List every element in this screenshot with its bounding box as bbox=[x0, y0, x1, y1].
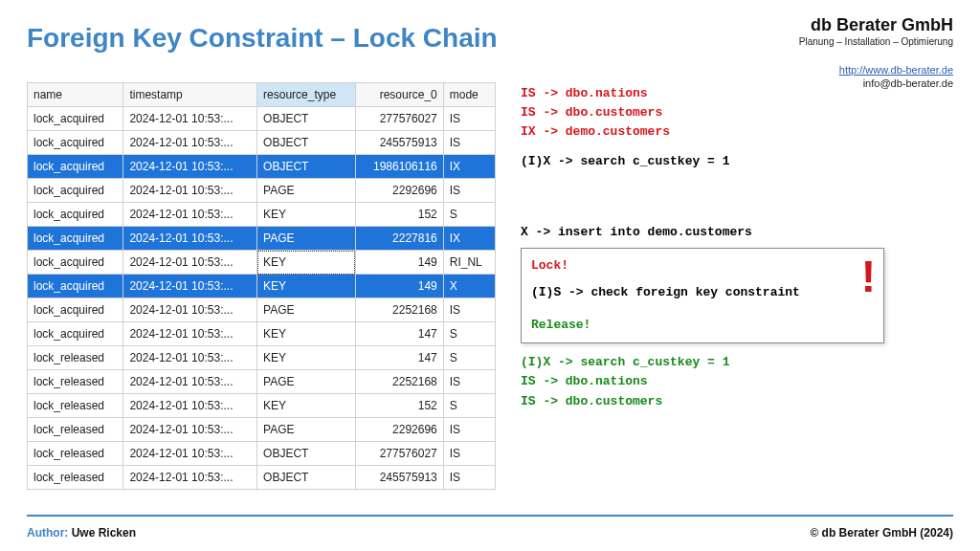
cell-resource_type: KEY bbox=[257, 346, 356, 370]
lock-release-box: Lock! (I)S -> check foreign key constrai… bbox=[521, 248, 884, 343]
cell-resource_0: 152 bbox=[355, 394, 443, 418]
cell-timestamp: 2024-12-01 10:53:... bbox=[123, 346, 257, 370]
table-row[interactable]: lock_released2024-12-01 10:53:...PAGE229… bbox=[28, 418, 496, 442]
cell-resource_type: PAGE bbox=[257, 298, 356, 322]
cell-timestamp: 2024-12-01 10:53:... bbox=[123, 275, 257, 298]
company-name: db Berater GmbH bbox=[799, 15, 953, 35]
cell-mode: IS bbox=[443, 418, 495, 442]
table-row[interactable]: lock_acquired2024-12-01 10:53:...OBJECT1… bbox=[28, 155, 496, 179]
anno-search-1: (I)X -> search c_custkey = 1 bbox=[521, 152, 953, 171]
cell-resource_0: 2252168 bbox=[355, 298, 443, 322]
table-row[interactable]: lock_acquired2024-12-01 10:53:...KEY149X bbox=[28, 275, 496, 298]
cell-resource_type: KEY bbox=[257, 275, 356, 298]
cell-resource_type: OBJECT bbox=[257, 155, 356, 179]
table-row[interactable]: lock_acquired2024-12-01 10:53:...KEY147S bbox=[28, 322, 496, 346]
table-row[interactable]: lock_acquired2024-12-01 10:53:...OBJECT2… bbox=[28, 107, 496, 131]
locks-table: name timestamp resource_type resource_0 … bbox=[27, 82, 496, 490]
cell-timestamp: 2024-12-01 10:53:... bbox=[123, 107, 257, 131]
cell-resource_0: 149 bbox=[355, 275, 443, 298]
cell-resource_type: OBJECT bbox=[257, 131, 356, 155]
col-resource-type[interactable]: resource_type bbox=[257, 83, 356, 107]
table-row[interactable]: lock_acquired2024-12-01 10:53:...OBJECT2… bbox=[28, 131, 496, 155]
cell-resource_type: PAGE bbox=[257, 227, 356, 251]
cell-mode: IS bbox=[443, 442, 495, 466]
footer: Author: Uwe Ricken © db Berater GmbH (20… bbox=[27, 526, 953, 540]
anno-search-2: (I)X -> search c_custkey = 1 bbox=[521, 353, 953, 372]
cell-resource_0: 277576027 bbox=[355, 107, 443, 131]
cell-mode: RI_NL bbox=[443, 251, 495, 275]
cell-timestamp: 2024-12-01 10:53:... bbox=[123, 442, 257, 466]
table-row[interactable]: lock_released2024-12-01 10:53:...OBJECT2… bbox=[28, 442, 496, 466]
cell-mode: IX bbox=[443, 155, 495, 179]
cell-mode: S bbox=[443, 394, 495, 418]
anno-is-customers-2: IS -> dbo.customers bbox=[521, 392, 953, 411]
col-mode[interactable]: mode bbox=[443, 83, 495, 107]
cell-resource_type: OBJECT bbox=[257, 107, 356, 131]
table-row[interactable]: lock_released2024-12-01 10:53:...KEY147S bbox=[28, 346, 496, 370]
cell-mode: S bbox=[443, 203, 495, 227]
cell-mode: IS bbox=[443, 179, 495, 203]
cell-resource_0: 245575913 bbox=[355, 131, 443, 155]
cell-resource_0: 2252168 bbox=[355, 370, 443, 394]
cell-timestamp: 2024-12-01 10:53:... bbox=[123, 466, 257, 490]
footer-divider bbox=[27, 515, 953, 517]
table-row[interactable]: lock_released2024-12-01 10:53:...PAGE225… bbox=[28, 370, 496, 394]
company-email: info@db-berater.de bbox=[799, 77, 953, 89]
author-label: Author: bbox=[27, 526, 68, 540]
cell-resource_0: 152 bbox=[355, 203, 443, 227]
cell-mode: S bbox=[443, 322, 495, 346]
cell-name: lock_acquired bbox=[28, 322, 123, 346]
header-company: db Berater GmbH Planung – Installation –… bbox=[799, 15, 953, 89]
table-row[interactable]: lock_acquired2024-12-01 10:53:...PAGE225… bbox=[28, 298, 496, 322]
cell-resource_type: PAGE bbox=[257, 370, 356, 394]
company-url[interactable]: http://www.db-berater.de bbox=[799, 64, 953, 76]
cell-mode: X bbox=[443, 275, 495, 298]
footer-author: Author: Uwe Ricken bbox=[27, 526, 136, 540]
cell-resource_type: PAGE bbox=[257, 418, 356, 442]
table-row[interactable]: lock_acquired2024-12-01 10:53:...PAGE229… bbox=[28, 179, 496, 203]
cell-timestamp: 2024-12-01 10:53:... bbox=[123, 370, 257, 394]
table-row[interactable]: lock_released2024-12-01 10:53:...OBJECT2… bbox=[28, 466, 496, 490]
cell-name: lock_released bbox=[28, 418, 123, 442]
cell-name: lock_acquired bbox=[28, 275, 123, 298]
cell-timestamp: 2024-12-01 10:53:... bbox=[123, 155, 257, 179]
cell-resource_type: KEY bbox=[257, 251, 356, 275]
locks-table-header: name timestamp resource_type resource_0 … bbox=[28, 83, 496, 107]
cell-resource_0: 147 bbox=[355, 346, 443, 370]
annotations-panel: IS -> dbo.nations IS -> dbo.customers IX… bbox=[521, 82, 953, 490]
cell-timestamp: 2024-12-01 10:53:... bbox=[123, 394, 257, 418]
col-resource-0[interactable]: resource_0 bbox=[355, 83, 443, 107]
cell-mode: IS bbox=[443, 107, 495, 131]
table-row[interactable]: lock_acquired2024-12-01 10:53:...PAGE222… bbox=[28, 227, 496, 251]
cell-timestamp: 2024-12-01 10:53:... bbox=[123, 131, 257, 155]
cell-name: lock_released bbox=[28, 394, 123, 418]
table-row[interactable]: lock_released2024-12-01 10:53:...KEY152S bbox=[28, 394, 496, 418]
cell-resource_0: 277576027 bbox=[355, 442, 443, 466]
cell-mode: IS bbox=[443, 466, 495, 490]
exclamation-icon: ! bbox=[861, 264, 876, 291]
cell-name: lock_released bbox=[28, 346, 123, 370]
cell-timestamp: 2024-12-01 10:53:... bbox=[123, 418, 257, 442]
table-row[interactable]: lock_acquired2024-12-01 10:53:...KEY149R… bbox=[28, 251, 496, 275]
col-timestamp[interactable]: timestamp bbox=[123, 83, 257, 107]
cell-mode: IS bbox=[443, 370, 495, 394]
cell-name: lock_acquired bbox=[28, 131, 123, 155]
cell-mode: IS bbox=[443, 131, 495, 155]
box-lock-label: Lock! bbox=[531, 256, 874, 276]
box-check-fk: (I)S -> check foreign key constraint bbox=[531, 283, 874, 302]
cell-name: lock_released bbox=[28, 442, 123, 466]
cell-mode: IS bbox=[443, 298, 495, 322]
author-name: Uwe Ricken bbox=[72, 526, 136, 540]
anno-is-customers: IS -> dbo.customers bbox=[521, 103, 953, 122]
cell-resource_type: OBJECT bbox=[257, 466, 356, 490]
cell-name: lock_acquired bbox=[28, 179, 123, 203]
table-row[interactable]: lock_acquired2024-12-01 10:53:...KEY152S bbox=[28, 203, 496, 227]
cell-resource_0: 147 bbox=[355, 322, 443, 346]
cell-name: lock_acquired bbox=[28, 107, 123, 131]
col-name[interactable]: name bbox=[28, 83, 123, 107]
cell-resource_0: 2292696 bbox=[355, 418, 443, 442]
cell-resource_0: 1986106116 bbox=[355, 155, 443, 179]
footer-copyright: © db Berater GmbH (2024) bbox=[810, 526, 953, 540]
cell-name: lock_acquired bbox=[28, 251, 123, 275]
cell-resource_type: PAGE bbox=[257, 179, 356, 203]
